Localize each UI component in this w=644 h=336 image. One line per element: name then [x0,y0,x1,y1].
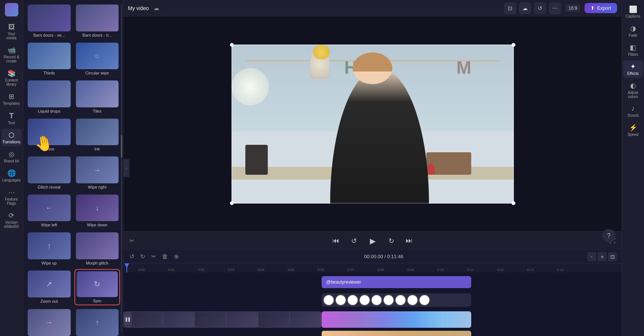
crop-tool-button[interactable]: ⊡ [504,2,516,14]
play-pause-button[interactable]: ▶ [366,234,379,248]
right-item-speed[interactable]: ⚡ Speed [623,121,643,139]
speed-icon: ⚡ [629,123,637,132]
delete-timeline-button[interactable]: 🗑 [160,252,169,262]
transition-item-glitch-reveal[interactable]: Glitch reveal [26,155,72,191]
peach-track-clip[interactable] [322,331,471,336]
top-bar: My video ☁ ⊡ ☁ ↺ ⋯ 16:9 ⬆ Export [123,0,622,16]
zoom-out-button[interactable]: - [587,252,596,261]
undo-timeline-button[interactable]: ↺ [128,251,136,262]
redo-timeline-button[interactable]: ↻ [139,251,147,262]
scrollbar-thumb[interactable] [121,135,122,158]
video-preview[interactable]: H M [231,45,514,204]
transition-thumb-ink [76,119,119,146]
transition-icon-spin: ↻ [94,280,100,288]
sidebar-item-templates[interactable]: ⊞ Templates [1,90,22,108]
text-track-clip[interactable]: @beautyreviewer [322,276,471,288]
emoji-track-clip[interactable] [322,293,471,307]
right-label-fade: Fade [629,33,637,37]
cut-timeline-button[interactable]: ✂ [150,251,157,262]
transition-label-close: Close [44,147,54,151]
emoji-circle-1 [323,294,334,306]
video-track-clip[interactable] [123,311,322,328]
transition-item-barn-doors-h[interactable]: Barn doors - h... [74,3,120,39]
sidebar-item-version[interactable]: ⟳ Version e68ed50 [1,209,22,231]
transition-item-liquid-drops[interactable]: Liquid drops [26,79,72,115]
transition-item-thirds[interactable]: Thirds [26,41,72,77]
sidebar-label-transitions: Transitions [2,140,21,144]
transition-item-ink[interactable]: Ink [74,117,120,153]
transition-icon-wipe-left: ← [45,204,53,212]
ruler-mark-label-0:11: 0:11 [467,268,474,272]
right-label-captions: Captions [626,14,640,18]
sidebar-item-text[interactable]: T Text [1,109,22,127]
track-row-video [123,310,622,329]
transition-item-wipe-down[interactable]: ↓Wipe down [74,193,120,229]
transition-thumb-push-right: → [28,309,71,336]
transition-item-wipe-left[interactable]: ←Wipe left [26,193,72,229]
skip-forward-button[interactable]: ⏭ [403,235,415,247]
preview-area: H M [123,16,622,231]
transition-item-wipe-right[interactable]: →Wipe right [74,155,120,191]
aspect-ratio-badge: 16:9 [565,4,580,12]
transition-item-push-up[interactable]: ↑Push up [74,308,120,336]
sidebar-item-record-create[interactable]: 📹 Record & create [1,44,22,65]
transition-thumb-wipe-up: ↑ [28,232,71,259]
right-item-filters[interactable]: ◧ Filters [623,41,643,59]
transition-item-spin[interactable]: ↻Spin [74,269,120,305]
right-item-sound[interactable]: ♪ Sound [623,103,643,120]
help-icon: ? [607,232,611,239]
app-logo[interactable] [5,3,18,16]
fit-timeline-button[interactable]: ⊡ [608,252,617,261]
transitions-scrollbar[interactable] [121,4,122,332]
transition-item-push-right[interactable]: →Push right [26,308,72,336]
transition-item-close[interactable]: Close [26,117,72,153]
sidebar-item-content-library[interactable]: 📚 Content library [1,67,22,89]
feature-flags-icon: ⋯ [8,188,15,196]
transition-item-wipe-up[interactable]: ↑Wipe up [26,231,72,267]
gradient-track-clip[interactable] [322,311,471,328]
zoom-in-button[interactable]: + [598,252,607,261]
sidebar-item-brand-kit[interactable]: ◎ Brand kit [1,148,22,165]
transition-item-circular-wipe[interactable]: ○Circular wipe [74,41,120,77]
export-arrow-icon: ⬆ [591,5,595,11]
collapse-panel-button[interactable]: ‹ [123,159,129,177]
save-tool-button[interactable]: ☁ [519,2,531,14]
right-label-sound: Sound [628,113,638,117]
right-item-fade[interactable]: ◑ Fade [623,22,643,40]
transition-item-tiles[interactable]: Tiles [74,79,120,115]
track-row-emoji [123,292,622,308]
export-button[interactable]: ⬆ Export [585,3,617,13]
project-title[interactable]: My video [128,5,149,11]
sidebar-item-transitions[interactable]: ⬡ Transitions [1,129,22,146]
sidebar-item-your-media[interactable]: 🖼 Your media [1,21,22,42]
emoji-circle-9 [419,294,430,306]
right-item-effects[interactable]: ✦ Effects [623,60,643,78]
right-item-adjust-colors[interactable]: ◐ Adjust colors [623,79,643,101]
transition-item-zoom-out[interactable]: ↗Zoom out [26,269,72,305]
text-track-content: @beautyreviewer [326,280,361,285]
transition-thumb-wipe-down: ↓ [76,195,119,222]
timeline-area: ↺ ↻ ✂ 🗑 ⊕ 00:00.00 / 0:11:46 - + ⊡ 0:000… [123,250,622,336]
skip-back-button[interactable]: ⏮ [330,235,342,247]
ruler-mark-label-0:10: 0:10 [437,268,444,272]
transition-label-spin: Spin [93,299,101,303]
cloud-save-icon[interactable]: ☁ [153,4,159,12]
transition-thumb-zoom-out: ↗ [28,271,71,297]
more-tool-button[interactable]: ⋯ [549,2,561,14]
right-item-captions[interactable]: ⬜ Captions [623,3,643,21]
forward-button[interactable]: ↻ [385,235,397,247]
transition-item-barn-doors-v[interactable]: Barn doors - ve... [26,3,72,39]
transition-label-barn-doors-v: Barn doors - ve... [33,33,65,37]
trim-button[interactable]: ✂ [129,237,134,244]
rewind-button[interactable]: ↺ [348,235,360,247]
ruler-mark-label-0:03: 0:03 [228,268,234,272]
ruler-mark-label-0:06: 0:06 [318,268,324,272]
transition-item-morph-glitch[interactable]: Morph glitch [74,231,120,267]
help-button[interactable]: ? [602,229,616,242]
sidebar-item-languages[interactable]: 🌐 Languages [1,167,22,184]
sidebar-item-feature-flags[interactable]: ⋯ Feature Flags [1,186,22,208]
playhead[interactable] [126,263,127,272]
undo-tool-button[interactable]: ↺ [534,2,546,14]
add-media-timeline-button[interactable]: ⊕ [172,251,180,262]
ruler-mark-0:06: 0:06 [306,268,336,272]
